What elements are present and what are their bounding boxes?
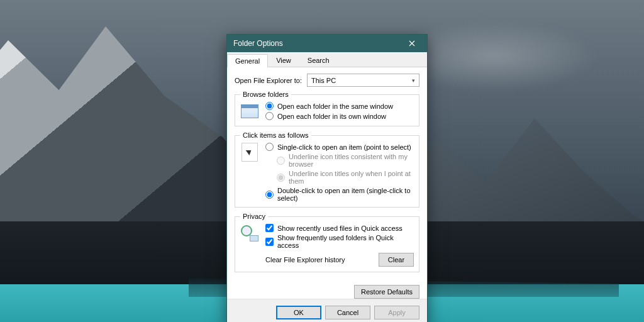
radio-double-click-label: Double-click to open an item (single-cli… [277,187,414,202]
radio-same-window-label: Open each folder in the same window [277,103,393,110]
radio-double-click-input[interactable] [265,191,274,199]
open-to-dropdown[interactable]: This PC ▾ [307,74,419,87]
radio-same-window[interactable]: Open each folder in the same window [265,102,414,110]
radio-double-click[interactable]: Double-click to open an item (single-cli… [265,187,414,202]
open-to-label: Open File Explorer to: [235,77,302,84]
history-icon [240,224,259,243]
check-frequent-folders-label: Show frequently used folders in Quick ac… [277,234,414,249]
close-button[interactable] [401,36,423,50]
check-frequent-folders[interactable]: Show frequently used folders in Quick ac… [265,234,414,249]
tab-view[interactable]: View [268,53,299,67]
radio-underline-browser-input [277,157,285,165]
cursor-icon [240,143,259,162]
open-to-value: This PC [311,77,336,84]
radio-own-window[interactable]: Open each folder in its own window [265,112,414,120]
browse-folders-group: Browse folders Open each folder in the s… [235,91,419,126]
privacy-group: Privacy Show recently used files in Quic… [235,213,419,272]
check-frequent-folders-input[interactable] [265,238,274,246]
ok-button[interactable]: OK [276,306,321,319]
titlebar[interactable]: Folder Options [227,35,427,52]
check-recent-files-input[interactable] [265,224,274,232]
radio-same-window-input[interactable] [265,102,274,110]
tab-search[interactable]: Search [299,53,338,67]
clear-history-label: Clear File Explorer history [265,256,345,264]
restore-defaults-button[interactable]: Restore Defaults [354,285,419,299]
window-icon [240,102,259,121]
check-recent-files[interactable]: Show recently used files in Quick access [265,224,414,232]
folder-options-dialog: Folder Options General View Search Open … [226,34,428,322]
apply-button[interactable]: Apply [374,306,419,319]
cancel-button[interactable]: Cancel [325,306,370,319]
radio-single-click-label: Single-click to open an item (point to s… [277,143,411,151]
window-title: Folder Options [233,39,401,48]
general-pane: Open File Explorer to: This PC ▾ Browse … [227,67,427,282]
click-legend: Click items as follows [240,131,311,139]
radio-underline-point: Underline icon titles only when I point … [277,170,414,185]
radio-underline-browser: Underline icon titles consistent with my… [277,153,414,168]
radio-single-click-input[interactable] [265,143,274,151]
click-items-group: Click items as follows Single-click to o… [235,131,419,208]
radio-own-window-label: Open each folder in its own window [277,113,386,120]
radio-underline-browser-label: Underline icon titles consistent with my… [289,153,414,168]
tab-strip: General View Search [227,52,427,67]
radio-single-click[interactable]: Single-click to open an item (point to s… [265,143,414,151]
radio-underline-point-input [277,174,285,182]
dialog-footer: OK Cancel Apply [227,299,427,322]
radio-own-window-input[interactable] [265,112,274,120]
check-recent-files-label: Show recently used files in Quick access [277,225,402,232]
browse-legend: Browse folders [240,91,291,98]
privacy-legend: Privacy [240,213,268,220]
close-icon [409,40,415,47]
radio-underline-point-label: Underline icon titles only when I point … [289,170,414,185]
tab-general[interactable]: General [227,54,268,67]
clear-button[interactable]: Clear [379,253,414,267]
chevron-down-icon: ▾ [412,77,415,84]
